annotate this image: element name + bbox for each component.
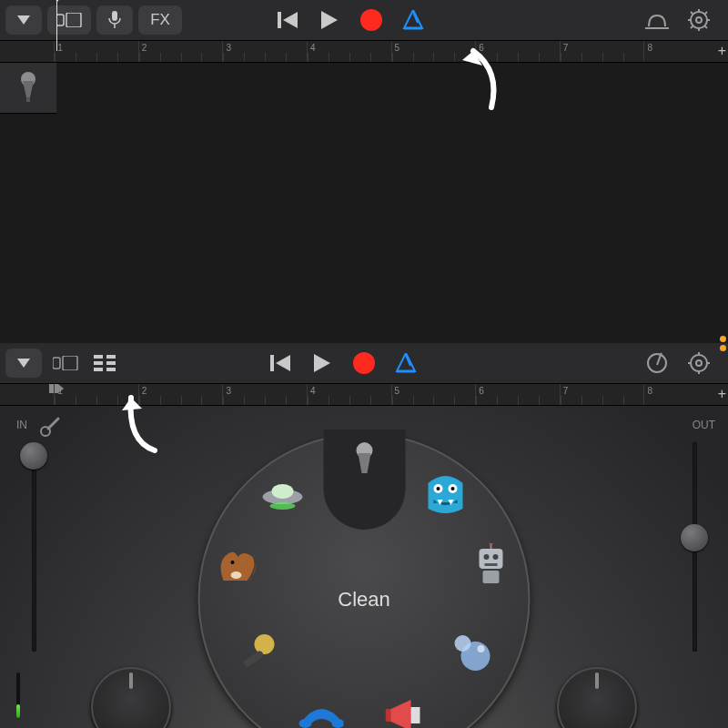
play-button-2[interactable]	[304, 349, 340, 378]
arrangement-canvas[interactable]	[56, 63, 728, 299]
preset-telephone[interactable]	[298, 693, 344, 728]
svg-marker-6	[283, 12, 298, 28]
triangle-down-icon	[17, 359, 30, 368]
megaphone-icon	[386, 696, 430, 728]
vocal-mic-icon	[17, 72, 39, 105]
add-bars-icon[interactable]: +	[718, 386, 726, 402]
fx-button[interactable]: FX	[138, 5, 182, 35]
rewind-button-2[interactable]	[262, 349, 298, 378]
wheel-pointer	[323, 430, 405, 530]
svg-point-14	[696, 17, 702, 23]
bar-number: 4	[310, 43, 316, 53]
record-button-2[interactable]	[346, 349, 382, 378]
svg-point-55	[270, 502, 296, 510]
output-gain-slider[interactable]	[677, 442, 712, 652]
track-blocks-icon	[56, 13, 82, 27]
preset-goldmic[interactable]	[235, 629, 280, 674]
svg-rect-30	[106, 355, 116, 359]
skip-back-icon	[278, 12, 298, 28]
metronome-button[interactable]	[395, 5, 431, 35]
svg-marker-26	[17, 359, 30, 368]
disclosure-button[interactable]	[5, 5, 42, 35]
svg-point-74	[299, 719, 312, 728]
tuner-button[interactable]	[639, 349, 675, 378]
microphone-preset-icon	[351, 442, 377, 480]
svg-point-79	[231, 571, 242, 579]
pitch-knob[interactable]	[91, 667, 171, 728]
play-button[interactable]	[311, 5, 348, 35]
tuner-icon	[647, 353, 667, 373]
bar-number: 1	[57, 43, 63, 53]
bottom-toolbar	[0, 343, 728, 384]
playhead[interactable]	[56, 0, 57, 51]
svg-rect-66	[485, 563, 498, 566]
preset-monster[interactable]	[423, 471, 469, 517]
timeline-ruler-top[interactable]: 1 2 3 4 5 6 7 8 +	[0, 41, 728, 63]
presets-grid-button[interactable]	[89, 349, 120, 378]
input-gain-slider[interactable]	[16, 442, 51, 652]
microphone-icon	[108, 11, 121, 29]
preset-megaphone[interactable]	[385, 693, 430, 728]
svg-rect-34	[106, 368, 116, 371]
svg-rect-2	[66, 13, 81, 27]
settings-button[interactable]	[681, 5, 717, 35]
skip-back-icon	[270, 355, 290, 371]
preset-bubbles[interactable]	[449, 629, 494, 674]
mic-input-button[interactable]	[96, 5, 133, 35]
bar-number: 2	[142, 43, 147, 53]
track-view-button-2[interactable]	[47, 349, 84, 378]
top-toolbar: FX	[0, 0, 728, 41]
preset-squirrel[interactable]	[215, 542, 260, 588]
timeline-ruler-bottom[interactable]: 1 2 3 4 5 6 7 8 +	[0, 384, 728, 406]
record-button[interactable]	[353, 5, 389, 35]
gear-icon	[688, 352, 710, 374]
svg-point-38	[353, 352, 375, 374]
voice-instrument-panel: IN OUT Clean	[0, 406, 728, 728]
svg-marker-0	[17, 15, 30, 25]
gold-microphone-icon	[238, 632, 278, 672]
bar-number: 8	[647, 43, 652, 53]
track-header-voice[interactable]	[0, 63, 56, 114]
input-label: IN	[16, 419, 27, 431]
record-icon	[359, 8, 383, 32]
svg-line-51	[48, 419, 58, 429]
svg-rect-3	[112, 11, 117, 21]
telephone-icon	[298, 700, 344, 728]
bar-number: 6	[479, 43, 484, 53]
bar-number: 6	[479, 386, 484, 396]
track-blocks-icon	[53, 356, 78, 370]
svg-point-68	[490, 543, 493, 545]
loop-button[interactable]	[639, 5, 675, 35]
svg-rect-27	[53, 358, 60, 369]
metronome-button-2[interactable]	[388, 349, 424, 378]
svg-point-54	[272, 484, 294, 499]
svg-line-19	[691, 12, 693, 15]
track-view-button[interactable]	[47, 5, 91, 35]
record-icon	[352, 351, 376, 375]
svg-rect-29	[94, 355, 103, 359]
svg-point-42	[691, 355, 707, 371]
bar-number: 3	[226, 386, 231, 396]
tone-knob[interactable]	[557, 667, 637, 728]
metronome-icon	[402, 10, 424, 30]
bar-number: 2	[142, 386, 147, 396]
triangle-down-icon	[17, 15, 30, 25]
output-label: OUT	[693, 419, 715, 431]
preset-ufo[interactable]	[260, 471, 306, 517]
tracks-area	[0, 63, 728, 299]
disclosure-button-2[interactable]	[5, 349, 42, 378]
bubbles-icon	[450, 631, 492, 672]
grid-icon	[94, 355, 116, 371]
svg-rect-32	[106, 361, 116, 365]
svg-point-65	[493, 554, 499, 560]
settings-button-2[interactable]	[681, 349, 717, 378]
svg-point-70	[455, 635, 471, 652]
svg-point-71	[478, 645, 485, 652]
add-bars-icon[interactable]: +	[718, 43, 726, 59]
rewind-button[interactable]	[269, 5, 306, 35]
voice-preset-wheel[interactable]: Clean	[198, 433, 531, 728]
preset-robot[interactable]	[469, 542, 514, 588]
svg-rect-33	[94, 368, 103, 371]
input-jack-icon[interactable]	[38, 415, 62, 439]
bar-number: 5	[395, 43, 400, 53]
